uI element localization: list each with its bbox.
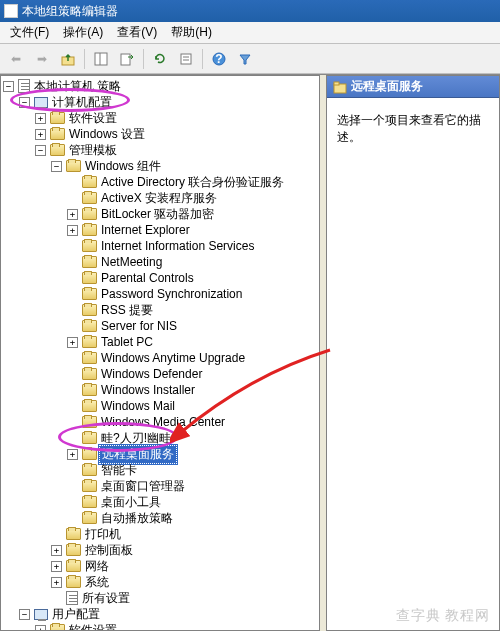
collapse-icon[interactable]: − (3, 81, 14, 92)
collapse-icon[interactable]: − (51, 161, 62, 172)
toolbar-back[interactable]: ⬅ (4, 47, 28, 71)
tree-label: 网络 (83, 558, 111, 575)
toolbar-forward[interactable]: ➡ (30, 47, 54, 71)
tree-user-config[interactable]: −用户配置 (19, 606, 319, 622)
tree-item-bitlocker[interactable]: +BitLocker 驱动器加密 (67, 206, 319, 222)
folder-icon (82, 352, 97, 364)
folder-icon (82, 320, 97, 332)
tree-label: Tablet PC (99, 335, 155, 349)
tree-label: 软件设置 (67, 622, 119, 632)
expand-icon[interactable]: + (67, 449, 78, 460)
toolbar-filter[interactable] (233, 47, 257, 71)
folder-icon (66, 576, 81, 588)
collapse-icon[interactable]: − (35, 145, 46, 156)
menu-file[interactable]: 文件(F) (4, 22, 55, 43)
tree-label: 智能卡 (99, 462, 139, 479)
tree-computer-config[interactable]: − 计算机配置 (19, 94, 319, 110)
tree-label: 打印机 (83, 526, 123, 543)
tree-label: 管理模板 (67, 142, 119, 159)
up-folder-icon (61, 52, 75, 66)
tree-u-software[interactable]: +软件设置 (35, 622, 319, 631)
tree-admin-templates[interactable]: −管理模板 (35, 142, 319, 158)
tree-printers[interactable]: 打印机 (51, 526, 319, 542)
tree-item-activex[interactable]: ActiveX 安装程序服务 (67, 190, 319, 206)
toolbar-up[interactable] (56, 47, 80, 71)
expand-icon[interactable]: + (67, 225, 78, 236)
toolbar-show-hide[interactable] (89, 47, 113, 71)
menu-bar: 文件(F) 操作(A) 查看(V) 帮助(H) (0, 22, 500, 44)
tree-all-settings[interactable]: 所有设置 (51, 590, 319, 606)
tree-item-ie[interactable]: +Internet Explorer (67, 222, 319, 238)
tree-windows-settings[interactable]: +Windows 设置 (35, 126, 319, 142)
help-icon: ? (212, 52, 226, 66)
folder-icon (82, 272, 97, 284)
menu-help[interactable]: 帮助(H) (165, 22, 218, 43)
tree-item-window-mgr[interactable]: 桌面窗口管理器 (67, 478, 319, 494)
toolbar-help[interactable]: ? (207, 47, 231, 71)
expand-icon[interactable]: + (35, 625, 46, 632)
window-titlebar: 本地组策略编辑器 (0, 0, 500, 22)
tree-label: ActiveX 安装程序服务 (99, 190, 219, 207)
expand-icon[interactable]: + (51, 561, 62, 572)
tree-item-anytime[interactable]: Windows Anytime Upgrade (67, 350, 319, 366)
tree-label: Internet Explorer (99, 223, 192, 237)
tree-label: 计算机配置 (50, 94, 114, 111)
folder-icon (66, 160, 81, 172)
tree-item-rds[interactable]: +远程桌面服务 (67, 446, 319, 462)
tree-system[interactable]: +系统 (51, 574, 319, 590)
folder-icon (82, 400, 97, 412)
expand-icon[interactable]: + (51, 545, 62, 556)
folder-icon (82, 224, 97, 236)
toolbar-export[interactable] (115, 47, 139, 71)
tree-control-panel[interactable]: +控制面板 (51, 542, 319, 558)
expand-icon[interactable]: + (51, 577, 62, 588)
tree-item-mail[interactable]: Windows Mail (67, 398, 319, 414)
details-header: 远程桌面服务 (327, 76, 499, 98)
svg-text:?: ? (215, 52, 222, 66)
export-list-icon (120, 52, 134, 66)
tree-label: NetMeeting (99, 255, 164, 269)
tree-item-rss[interactable]: RSS 提要 (67, 302, 319, 318)
tree-item-iis[interactable]: Internet Information Services (67, 238, 319, 254)
expand-icon[interactable]: + (67, 337, 78, 348)
window-title: 本地组策略编辑器 (22, 3, 118, 20)
tree-windows-components[interactable]: −Windows 组件 (51, 158, 319, 174)
tree-item-parental[interactable]: Parental Controls (67, 270, 319, 286)
tree-item-nis[interactable]: Server for NIS (67, 318, 319, 334)
tree-item-adfs[interactable]: Active Directory 联合身份验证服务 (67, 174, 319, 190)
tree-item-netmeeting[interactable]: NetMeeting (67, 254, 319, 270)
menu-view[interactable]: 查看(V) (111, 22, 163, 43)
tree-label: 桌面窗口管理器 (99, 478, 187, 495)
details-prompt: 选择一个项目来查看它的描述。 (337, 113, 481, 144)
tree-item-media-center[interactable]: Windows Media Center (67, 414, 319, 430)
tree-item-defender[interactable]: Windows Defender (67, 366, 319, 382)
folder-icon (333, 80, 347, 94)
expand-icon[interactable]: + (67, 209, 78, 220)
tree-root[interactable]: − 本地计算机 策略 (3, 78, 319, 94)
tree-item-pwdsync[interactable]: Password Synchronization (67, 286, 319, 302)
expand-icon[interactable]: + (35, 129, 46, 140)
folder-icon (50, 144, 65, 156)
tree-item-gadgets[interactable]: 桌面小工具 (67, 494, 319, 510)
tree-software-settings[interactable]: +软件设置 (35, 110, 319, 126)
menu-action[interactable]: 操作(A) (57, 22, 109, 43)
folder-icon (82, 464, 97, 476)
tree-pane[interactable]: − 本地计算机 策略 − 计算机配置 +软件设置 +Windows 设置 (0, 75, 320, 631)
settings-icon (66, 591, 78, 605)
collapse-icon[interactable]: − (19, 609, 30, 620)
tree-item-smartcard[interactable]: 智能卡 (67, 462, 319, 478)
toolbar-refresh[interactable] (148, 47, 172, 71)
folder-icon (82, 336, 97, 348)
toolbar-properties[interactable] (174, 47, 198, 71)
toolbar: ⬅ ➡ ? (0, 44, 500, 74)
tree-item-autoplay[interactable]: 自动播放策略 (67, 510, 319, 526)
tree-network[interactable]: +网络 (51, 558, 319, 574)
tree-label: Windows Mail (99, 399, 177, 413)
collapse-icon[interactable]: − (19, 97, 30, 108)
tree-item-tablet[interactable]: +Tablet PC (67, 334, 319, 350)
app-icon (4, 4, 18, 18)
folder-icon (66, 528, 81, 540)
expand-icon[interactable]: + (35, 113, 46, 124)
details-header-title: 远程桌面服务 (351, 78, 423, 95)
tree-item-installer[interactable]: Windows Installer (67, 382, 319, 398)
